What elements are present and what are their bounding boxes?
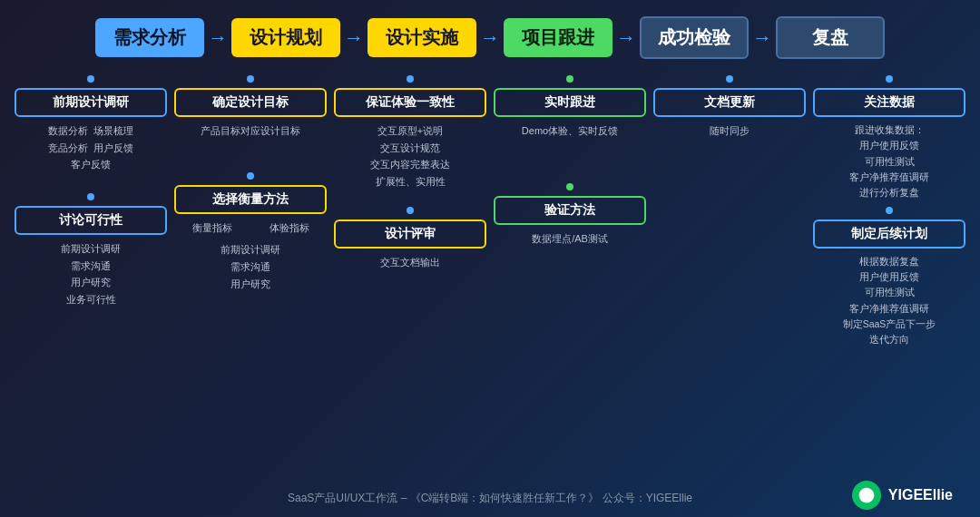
dot-4b [566,183,573,190]
section-2b-items: 前期设计调研需求沟通用户研究 [174,241,327,292]
section-1b-items: 前期设计调研需求沟通用户研究业务可行性 [15,240,167,308]
phase-box-6: 复盘 [776,16,885,59]
arrow-4: → [616,26,636,50]
dot-3a [407,75,414,83]
connector-2b [174,172,327,180]
section-2b-title: 选择衡量方法 [174,185,327,214]
section-4a-title: 实时跟进 [494,88,646,117]
section-2a-title: 确定设计目标 [174,88,327,117]
section-2a-items: 产品目标对应设计目标 [174,122,327,140]
column-3: 保证体验一致性 交互原型+说明交互设计规范交互内容完整表达扩展性、实用性 设计评… [334,75,486,347]
dot-5a [726,75,733,83]
section-4b-title: 验证方法 [494,196,646,225]
connector-6b [813,207,965,214]
arrow-5: → [752,26,772,50]
dot-6b [886,207,893,214]
main-container: 需求分析 → 设计规划 → 设计实施 → 项目跟进 → 成功检验 → 复盘 前期… [0,0,980,517]
section-3b-items: 交互文档输出 [334,254,486,271]
connector-4b [494,183,646,190]
phase-box-1: 需求分析 [95,18,204,57]
brand-name: YIGEEllie [888,487,953,503]
phase-box-2: 设计规划 [231,18,340,57]
column-4: 实时跟进 Demo体验、实时反馈 验证方法 数据埋点/AB测试 [494,75,646,347]
dot-1b [87,193,94,200]
footer-text: SaaS产品UI/UX工作流 – 《C端转B端：如何快速胜任新工作？》 公众号：… [288,491,692,506]
connector-3b [334,207,486,214]
connector-1b [15,193,167,200]
column-1: 前期设计调研 数据分析 场景梳理竞品分析 用户反馈客户反馈 讨论可行性 前期设计… [15,75,167,347]
phase-box-5: 成功检验 [640,16,749,59]
dot-4a [566,75,573,83]
brand-icon [852,481,881,510]
section-3b-title: 设计评审 [334,219,486,249]
dot-3b [407,207,414,214]
arrow-2: → [344,26,364,50]
section-1a-title: 前期设计调研 [15,88,167,117]
section-3a-items: 交互原型+说明交互设计规范交互内容完整表达扩展性、实用性 [334,122,486,190]
section-2b-2col: 衡量指标 体验指标 [174,219,327,237]
connector-1a [15,75,167,83]
section-3a-title: 保证体验一致性 [334,88,486,117]
section-1a-items: 数据分析 场景梳理竞品分析 用户反馈客户反馈 [15,122,167,173]
connector-6a [813,75,965,83]
section-6a-items: 跟进收集数据：用户使用反馈可用性测试客户净推荐值调研进行分析复盘 [813,122,965,201]
arrow-1: → [208,26,228,50]
content-grid: 前期设计调研 数据分析 场景梳理竞品分析 用户反馈客户反馈 讨论可行性 前期设计… [15,75,965,347]
brand: YIGEEllie [852,481,953,510]
section-6a-title: 关注数据 [813,88,965,117]
section-4a-items: Demo体验、实时反馈 [494,122,646,140]
column-2: 确定设计目标 产品目标对应设计目标 选择衡量方法 衡量指标 体验指标 前期设计调… [174,75,327,347]
column-6: 关注数据 跟进收集数据：用户使用反馈可用性测试客户净推荐值调研进行分析复盘 制定… [813,75,965,347]
section-5a-title: 文档更新 [653,88,806,117]
phases-row: 需求分析 → 设计规划 → 设计实施 → 项目跟进 → 成功检验 → 复盘 [15,16,965,59]
dot-2a [247,75,254,83]
section-1b-title: 讨论可行性 [15,206,167,235]
section-6b-title: 制定后续计划 [813,219,965,249]
connector-3a [334,75,486,83]
phase-box-3: 设计实施 [368,18,476,57]
dot-1a [87,75,94,83]
exp-label: 体验指标 [251,219,327,237]
section-5a-items: 随时同步 [653,122,806,140]
metric-label: 衡量指标 [174,219,250,237]
connector-5a [653,75,806,83]
section-6b-items: 根据数据复盘用户使用反馈可用性测试客户净推荐值调研制定SaaS产品下一步迭代方向 [813,254,965,348]
dot-6a [886,75,893,83]
phase-box-4: 项目跟进 [504,18,612,57]
arrow-3: → [480,26,500,50]
column-5: 文档更新 随时同步 [653,75,806,347]
section-4b-items: 数据埋点/AB测试 [494,230,646,248]
dot-2b [247,172,254,180]
connector-2a [174,75,327,83]
connector-4a [494,75,646,83]
footer: SaaS产品UI/UX工作流 – 《C端转B端：如何快速胜任新工作？》 公众号：… [0,491,980,506]
